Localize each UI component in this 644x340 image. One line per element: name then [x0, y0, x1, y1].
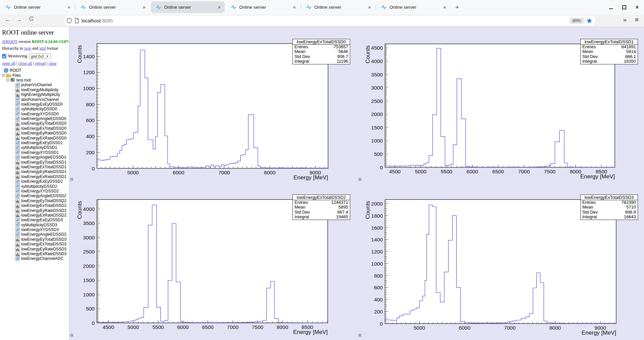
- monitoring-checkbox[interactable]: [2, 54, 6, 58]
- pad-resize-handle[interactable]: [70, 334, 73, 337]
- menu-icon[interactable]: ≡: [635, 16, 639, 23]
- browser-toolbar: ← → localhost:8085 80% » ≡: [0, 14, 644, 27]
- action-link-close-all[interactable]: close all: [18, 61, 32, 66]
- shield-icon[interactable]: [66, 18, 72, 24]
- document-icon[interactable]: [74, 18, 79, 23]
- tree-item-lowEnergyExTotalDSSD2[interactable]: lowEnergyExTotalDSSD2: [2, 203, 67, 208]
- pad-resize-handle[interactable]: [359, 178, 361, 181]
- tree-item-xyMultiplicityDSSD0[interactable]: xyMultiplicityDSSD0: [2, 107, 67, 111]
- tree-item-lowEnergyXYDSSD0[interactable]: lowEnergyXYDSSD0: [2, 112, 67, 116]
- tree-item-lowEnergyExEyDSSD1[interactable]: lowEnergyExEyDSSD1: [2, 140, 67, 145]
- minimize-icon[interactable]: [609, 5, 613, 9]
- tree-item-lowEnergyAngleEDSSD3[interactable]: lowEnergyAngleEDSSD3: [2, 232, 67, 237]
- tree-item-lowEnergyAngleEDSSD1[interactable]: lowEnergyAngleEDSSD1: [2, 155, 67, 160]
- tree-root[interactable]: ROOT: [2, 68, 67, 73]
- stat-box-lowEnergyExTotalDSSD1[interactable]: lowEnergyExTotalDSSD1Entries841891Mean58…: [580, 39, 638, 64]
- tree-folder-files[interactable]: Files: [2, 73, 67, 77]
- overflow-chevrons-icon[interactable]: »: [623, 16, 627, 23]
- bookmark-star-icon[interactable]: [586, 17, 593, 24]
- tree-item-lowEnergyXYDSSD2[interactable]: lowEnergyXYDSSD2: [2, 189, 67, 193]
- stat-row: Mean5814: [581, 49, 638, 54]
- stat-box-lowEnergyExTotalDSSD3[interactable]: lowEnergyExTotalDSSD3Entries762390Mean57…: [580, 194, 638, 220]
- tree-item-lowEnergyChannelADC[interactable]: lowEnergyChannelADC: [2, 256, 67, 261]
- pad-lowEnergyExTotalDSSD0[interactable]: 5000600070008000900002004006008001000120…: [69, 27, 358, 181]
- tab-close-icon[interactable]: ×: [442, 4, 447, 10]
- tree-item-lowEnergyXYDSSD3[interactable]: lowEnergyXYDSSD3: [2, 227, 67, 232]
- tree-item-lowEnergyEyTotalDSSD3[interactable]: lowEnergyEyTotalDSSD3: [2, 237, 67, 242]
- tree-item-lowEnergyExTotalDSSD1[interactable]: lowEnergyExTotalDSSD1: [2, 165, 67, 169]
- jsroot-link[interactable]: JSROOT: [2, 39, 17, 44]
- url-text[interactable]: localhost:8085: [82, 18, 113, 23]
- grid-layout-select[interactable]: grid 2x2▼: [29, 53, 51, 59]
- tree-item-lowEnergyExRateDSSD3[interactable]: lowEnergyExRateDSSD3: [2, 251, 67, 256]
- svg-text:2500: 2500: [83, 249, 95, 254]
- tree-item-lowEnergyEyRateDSSD2[interactable]: lowEnergyEyRateDSSD2: [2, 208, 67, 213]
- action-link-reload[interactable]: reload: [35, 61, 46, 66]
- tree-item-lowEnergyXYDSSD1[interactable]: lowEnergyXYDSSD1: [2, 150, 67, 155]
- collapse-expander-icon[interactable]: [2, 74, 5, 77]
- svg-text:2000: 2000: [83, 263, 95, 269]
- stat-box-lowEnergyExTotalDSSD2[interactable]: lowEnergyExTotalDSSD2Entries1244371Mean5…: [292, 194, 350, 220]
- new-tab-button[interactable]: +: [452, 0, 462, 14]
- pad-resize-handle[interactable]: [359, 334, 361, 337]
- tree-item-lowEnergyEyRateDSSD3[interactable]: lowEnergyEyRateDSSD3: [2, 246, 67, 251]
- tree-item-absPulserVsChannel[interactable]: absPulserVsChannel: [2, 97, 67, 102]
- forward-arrow-icon[interactable]: →: [15, 16, 23, 23]
- stat-box-lowEnergyExTotalDSSD0[interactable]: lowEnergyExTotalDSSD0Entries753657Mean56…: [292, 39, 350, 64]
- tree-item-lowEnergyExTotalDSSD3[interactable]: lowEnergyExTotalDSSD3: [2, 242, 67, 246]
- stat-row: Mean5710: [581, 205, 638, 210]
- tree-item-xyMultiplicityDSSD3[interactable]: xyMultiplicityDSSD3: [2, 223, 67, 227]
- tree-item-lowEnergyAngleEDSSD0[interactable]: lowEnergyAngleEDSSD0: [2, 116, 67, 121]
- json-link[interactable]: json: [24, 46, 31, 51]
- xml-link[interactable]: xml: [39, 46, 46, 51]
- canvas-area[interactable]: 5000600070008000900002004006008001000120…: [69, 27, 644, 340]
- tree-item-lowEnergyExRateDSSD0[interactable]: lowEnergyExRateDSSD0: [2, 135, 67, 140]
- tree-item-lowEnergyEyTotalDSSD1[interactable]: lowEnergyEyTotalDSSD1: [2, 160, 67, 164]
- tree-item-highEnergyMultiplicity[interactable]: highEnergyMultiplicity: [2, 92, 67, 97]
- reload-icon[interactable]: [27, 16, 36, 23]
- tab-close-icon[interactable]: ×: [66, 4, 72, 10]
- action-link-open-all[interactable]: open all: [2, 61, 15, 66]
- zoom-level-badge[interactable]: 80%: [570, 18, 584, 24]
- action-link-clear[interactable]: clear: [49, 61, 57, 66]
- pad-lowEnergyExTotalDSSD3[interactable]: 5000600070008000900002004006008001000120…: [358, 181, 644, 337]
- tree-item-lowEnergyEyRateDSSD1[interactable]: lowEnergyEyRateDSSD1: [2, 169, 67, 174]
- tree-file-test-root[interactable]: test.root: [2, 78, 67, 82]
- tree-item-label: lowEnergyEyTotalDSSD2: [21, 199, 66, 203]
- tree-item-lowEnergyEyTotalDSSD0[interactable]: lowEnergyEyTotalDSSD0: [2, 121, 67, 126]
- tree-item-lowEnergyEyRateDSSD0[interactable]: lowEnergyEyRateDSSD0: [2, 131, 67, 135]
- tree-item-lowEnergyExRateDSSD1[interactable]: lowEnergyExRateDSSD1: [2, 174, 67, 179]
- tab-close-icon[interactable]: ×: [291, 4, 297, 10]
- tree-item-lowEnergyExRateDSSD2[interactable]: lowEnergyExRateDSSD2: [2, 213, 67, 218]
- collapse-expander-icon[interactable]: [6, 78, 9, 81]
- back-arrow-icon[interactable]: ←: [3, 16, 12, 23]
- pad-lowEnergyExTotalDSSD2[interactable]: 4500500055006000650070007500800085000500…: [69, 181, 358, 337]
- tab-close-icon[interactable]: ×: [367, 4, 372, 10]
- root-version: ROOT 6.24.04 13/07/2: [32, 39, 69, 44]
- tree-item-pulserVsChannel[interactable]: pulserVsChannel: [2, 82, 67, 87]
- browser-tab[interactable]: Online server×: [0, 0, 75, 14]
- pad-lowEnergyExTotalDSSD1[interactable]: 4500500055006000650070007500800085000500…: [358, 27, 644, 181]
- tree-item-label: lowEnergyExRateDSSD2: [21, 213, 66, 218]
- tree-item-lowEnergyAngleEDSSD2[interactable]: lowEnergyAngleEDSSD2: [2, 193, 67, 198]
- browser-tab[interactable]: Online server×: [225, 0, 301, 14]
- browser-tab[interactable]: Online server×: [150, 0, 225, 14]
- tree-item-lowEnergyExTotalDSSD0[interactable]: lowEnergyExTotalDSSD0: [2, 126, 67, 131]
- close-icon[interactable]: ×: [635, 5, 639, 9]
- browser-tab[interactable]: Online server×: [376, 0, 451, 14]
- browser-tab[interactable]: Online server×: [75, 0, 150, 14]
- maximize-icon[interactable]: [622, 5, 626, 9]
- tree-item-xyMultiplicityDSSD1[interactable]: xyMultiplicityDSSD1: [2, 145, 67, 150]
- tab-close-icon[interactable]: ×: [216, 4, 222, 10]
- tree-item-lowEnergyExEyDSSD0[interactable]: lowEnergyExEyDSSD0: [2, 102, 67, 107]
- address-bar[interactable]: localhost:8085 80%: [64, 16, 595, 25]
- browser-tab[interactable]: Online server×: [301, 0, 376, 14]
- svg-text:5500: 5500: [152, 324, 164, 330]
- tree-item-xyMultiplicityDSSD2[interactable]: xyMultiplicityDSSD2: [2, 184, 67, 188]
- tree-item-lowEnergyEyTotalDSSD2[interactable]: lowEnergyEyTotalDSSD2: [2, 199, 67, 203]
- tree-item-lowEnergyExEyDSSD2[interactable]: lowEnergyExEyDSSD2: [2, 179, 67, 184]
- pad-resize-handle[interactable]: [70, 178, 73, 181]
- tree-item-lowEnergyMultiplicity[interactable]: lowEnergyMultiplicity: [2, 88, 67, 92]
- tree-item-lowEnergyExEyDSSD3[interactable]: lowEnergyExEyDSSD3: [2, 218, 67, 222]
- tab-close-icon[interactable]: ×: [141, 4, 147, 10]
